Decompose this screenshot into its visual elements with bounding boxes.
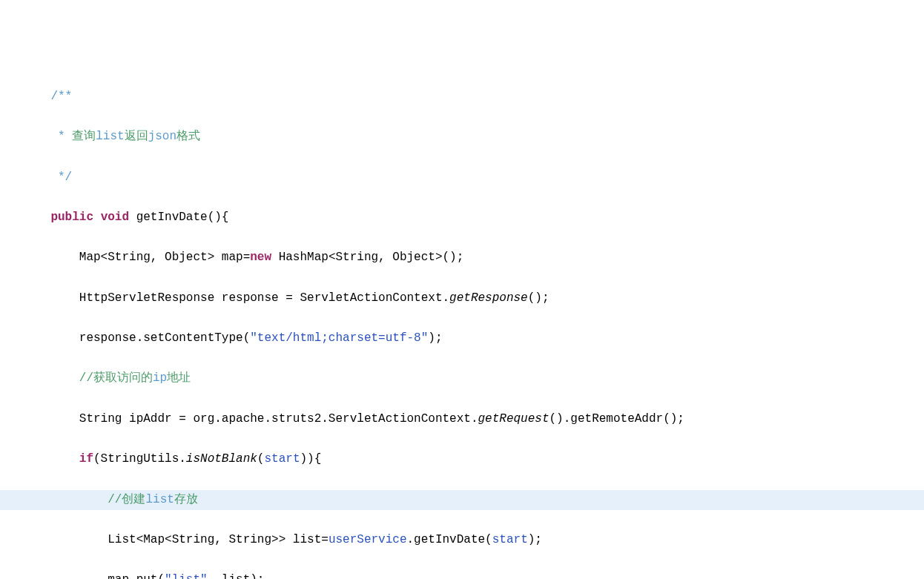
token-comment-doc: * <box>50 130 72 143</box>
token-plain: HttpServletResponse response = ServletAc… <box>79 291 449 305</box>
token-comment-doc: */ <box>50 171 72 184</box>
token-plain: map.put( <box>108 573 165 579</box>
token-keyword: new <box>250 251 271 264</box>
code-line[interactable]: public void getInvDate(){ <box>0 208 924 228</box>
token-comment: //创建 <box>108 493 145 506</box>
code-line[interactable]: */ <box>0 168 924 188</box>
token-plain: getInvDate(){ <box>129 211 228 224</box>
token-comment-doc: list <box>145 493 174 506</box>
token-field: start <box>492 533 528 546</box>
token-comment-doc: /** <box>50 90 72 103</box>
token-comment: 存放 <box>174 493 198 506</box>
code-line[interactable]: HttpServletResponse response = ServletAc… <box>0 288 924 308</box>
token-comment-doc: ip <box>153 371 167 385</box>
token-plain: List<Map<String, String>> list= <box>108 533 329 546</box>
token-plain: HashMap<String, Object>(); <box>271 251 463 264</box>
token-plain: ); <box>428 331 442 345</box>
token-keyword: public <box>50 211 93 224</box>
token-keyword: if <box>79 452 93 466</box>
code-line[interactable]: List<Map<String, String>> list=userServi… <box>0 530 924 550</box>
token-italic-method: isNotBlank <box>186 452 257 466</box>
code-editor[interactable]: /** * 查询list返回json格式 */ public void getI… <box>0 87 924 579</box>
code-line[interactable]: Map<String, Object> map=new HashMap<Stri… <box>0 248 924 268</box>
token-italic-method: getRequest <box>478 412 550 426</box>
code-line[interactable]: //创建list存放 <box>0 490 924 510</box>
token-plain: )){ <box>300 452 321 466</box>
token-field: start <box>264 452 300 466</box>
token-comment-doc: json <box>148 130 176 143</box>
token-comment: 返回 <box>125 130 148 143</box>
token-plain: String ipAddr = org.apache.struts2.Servl… <box>79 412 478 426</box>
token-comment: 地址 <box>167 371 191 385</box>
token-plain: ); <box>528 533 542 546</box>
code-line[interactable]: //获取访问的ip地址 <box>0 368 924 388</box>
code-line[interactable]: map.put("list", list); <box>0 570 924 579</box>
token-plain: .getInvDate( <box>407 533 492 546</box>
token-keyword: void <box>101 211 129 224</box>
token-comment: 格式 <box>176 130 200 143</box>
token-comment: 查询 <box>72 130 96 143</box>
token-plain: , list); <box>208 573 265 579</box>
token-plain: ().getRemoteAddr(); <box>550 412 684 426</box>
token-plain: (); <box>528 291 550 305</box>
token-plain: response.setContentType( <box>79 331 250 345</box>
code-line[interactable]: if(StringUtils.isNotBlank(start)){ <box>0 449 924 469</box>
token-plain <box>93 211 101 224</box>
token-plain: (StringUtils. <box>93 452 186 466</box>
token-comment: //获取访问的 <box>79 371 153 385</box>
token-field: userService <box>329 533 407 546</box>
code-line[interactable]: * 查询list返回json格式 <box>0 127 924 147</box>
token-string: "list" <box>165 573 208 579</box>
code-line[interactable]: /** <box>0 87 924 107</box>
token-italic-method: getResponse <box>449 291 528 305</box>
token-comment-doc: list <box>96 130 124 143</box>
code-line[interactable]: response.setContentType("text/html;chars… <box>0 328 924 348</box>
token-string: "text/html;charset=utf-8" <box>250 331 428 345</box>
token-plain: Map<String, Object> map= <box>79 251 250 264</box>
code-line[interactable]: String ipAddr = org.apache.struts2.Servl… <box>0 409 924 429</box>
